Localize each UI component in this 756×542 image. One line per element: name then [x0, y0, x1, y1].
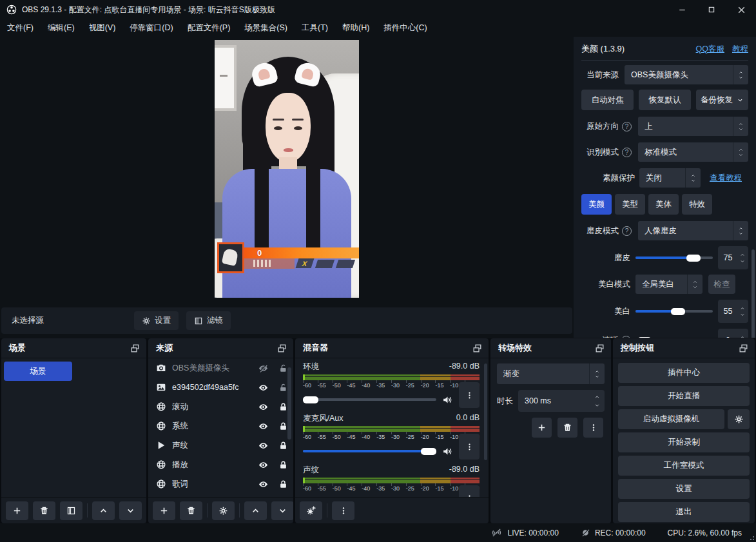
source-row[interactable]: OBS美颜摄像头 — [148, 358, 293, 378]
current-source-select[interactable]: OBS美颜摄像头 — [625, 65, 748, 84]
menu-item[interactable]: 配置文件(P) — [180, 19, 238, 37]
tutorial-link[interactable]: 教程 — [732, 44, 748, 55]
minimize-button[interactable] — [667, 0, 697, 19]
add-scene-button[interactable] — [6, 501, 28, 520]
spinner-icons[interactable] — [738, 253, 748, 264]
source-row[interactable]: 滚动 — [148, 397, 293, 416]
move-scene-up-button[interactable] — [92, 501, 115, 520]
beauty-tab[interactable]: 特效 — [682, 194, 712, 215]
beauty-tab[interactable]: 美颜 — [581, 194, 612, 215]
add-source-button[interactable] — [153, 501, 175, 520]
smooth-mode-select[interactable]: 人像磨皮 — [638, 221, 748, 240]
transition-select[interactable]: 渐变 — [497, 363, 605, 384]
source-row[interactable]: 系统 — [148, 416, 293, 436]
white-slider[interactable] — [635, 310, 713, 313]
virtual-cam-settings-button[interactable] — [728, 409, 750, 429]
lock-icon[interactable] — [278, 479, 288, 489]
help-icon[interactable] — [621, 336, 631, 338]
restore-default-button[interactable]: 恢复默认 — [639, 90, 691, 110]
lock-icon[interactable] — [278, 460, 288, 470]
menu-item[interactable]: 视图(V) — [82, 19, 123, 37]
duration-spinner[interactable]: 300 ms — [518, 390, 605, 412]
move-source-up-button[interactable] — [244, 501, 267, 520]
control-button[interactable]: 启动虚拟摄像机 — [618, 409, 724, 429]
smooth-slider[interactable] — [635, 256, 713, 259]
channel-menu-button[interactable] — [459, 434, 480, 460]
smooth-value-box[interactable]: 75 — [718, 246, 748, 269]
preview-area[interactable]: 0 X 未选择源 设置 滤镜 — [0, 37, 574, 338]
move-scene-down-button[interactable] — [119, 501, 142, 520]
help-icon[interactable] — [622, 148, 632, 157]
check-button[interactable]: 检查 — [708, 275, 735, 294]
move-source-down-button[interactable] — [271, 501, 293, 520]
advanced-audio-button[interactable] — [300, 501, 322, 520]
maximize-button[interactable] — [697, 0, 726, 19]
orientation-select[interactable]: 上 — [638, 117, 748, 136]
qq-support-link[interactable]: QQ客服 — [696, 44, 724, 55]
channel-menu-button[interactable] — [459, 382, 480, 408]
eye-icon[interactable] — [258, 421, 269, 431]
remove-scene-button[interactable] — [33, 501, 55, 520]
eye-icon[interactable] — [258, 479, 269, 489]
source-row[interactable]: 歌词 — [148, 474, 293, 494]
lock-icon[interactable] — [278, 421, 288, 431]
control-button[interactable]: 退出 — [618, 502, 750, 522]
control-button[interactable]: 工作室模式 — [618, 456, 750, 476]
eye-icon[interactable] — [258, 383, 269, 392]
resize-grip[interactable] — [749, 535, 754, 540]
menu-item[interactable]: 插件中心(C) — [376, 19, 434, 37]
source-properties-button[interactable] — [212, 501, 235, 520]
scrollbar[interactable] — [287, 367, 291, 440]
mixer-menu-button[interactable] — [332, 501, 354, 520]
popout-icon[interactable] — [130, 343, 141, 354]
autofocus-button[interactable]: 自动对焦 — [581, 90, 634, 110]
add-transition-button[interactable] — [532, 418, 552, 438]
eye-icon[interactable] — [258, 460, 269, 470]
menu-item[interactable]: 工具(T) — [295, 19, 335, 37]
scrollbar[interactable] — [484, 363, 487, 460]
unlock-icon[interactable] — [278, 383, 288, 392]
menu-item[interactable]: 场景集合(S) — [237, 19, 295, 37]
recognition-select[interactable]: 标准模式 — [638, 142, 748, 162]
properties-button[interactable]: 设置 — [134, 311, 179, 330]
popout-icon[interactable] — [594, 343, 605, 354]
transition-menu-button[interactable] — [583, 418, 603, 438]
video-preview[interactable]: 0 X — [215, 40, 359, 298]
control-button[interactable]: 开始直播 — [618, 386, 750, 406]
popout-icon[interactable] — [276, 343, 287, 354]
channel-menu-button[interactable] — [459, 485, 480, 497]
volume-slider[interactable] — [303, 398, 436, 401]
clarity-value-box[interactable]: 0 — [718, 329, 748, 338]
remove-source-button[interactable] — [180, 501, 202, 520]
beauty-tab[interactable]: 美体 — [648, 194, 679, 215]
scrollbar[interactable] — [751, 249, 755, 338]
view-tutorial-link[interactable]: 查看教程 — [710, 173, 742, 184]
beauty-tab[interactable]: 美型 — [615, 194, 645, 215]
menu-item[interactable]: 帮助(H) — [335, 19, 376, 37]
eye-icon[interactable] — [258, 402, 269, 412]
close-button[interactable] — [726, 0, 756, 19]
source-row[interactable]: 声纹 — [148, 436, 293, 455]
popout-icon[interactable] — [738, 343, 749, 354]
remove-transition-button[interactable] — [557, 418, 577, 438]
menu-item[interactable]: 停靠窗口(D) — [122, 19, 180, 37]
scene-filters-button[interactable] — [60, 501, 82, 520]
eye-off-icon[interactable] — [258, 363, 269, 373]
protect-select[interactable]: 关闭 — [639, 168, 701, 188]
menu-item[interactable]: 文件(F) — [0, 19, 41, 37]
eye-icon[interactable] — [258, 441, 269, 450]
control-button[interactable]: 插件中心 — [618, 363, 750, 383]
backup-restore-button[interactable]: 备份恢复 — [696, 90, 748, 110]
unlock-icon[interactable] — [278, 363, 288, 373]
source-row[interactable]: 播放 — [148, 455, 293, 474]
lock-icon[interactable] — [278, 402, 288, 412]
popout-icon[interactable] — [472, 343, 483, 354]
spinner-icons[interactable] — [733, 65, 748, 84]
white-value-box[interactable]: 55 — [718, 300, 748, 323]
lock-icon[interactable] — [278, 441, 288, 450]
help-icon[interactable] — [622, 226, 632, 236]
volume-slider[interactable] — [303, 450, 436, 452]
white-mode-select[interactable]: 全局美白 — [635, 275, 703, 294]
speaker-icon[interactable] — [441, 446, 454, 457]
scene-item[interactable]: 场景 — [4, 362, 72, 381]
